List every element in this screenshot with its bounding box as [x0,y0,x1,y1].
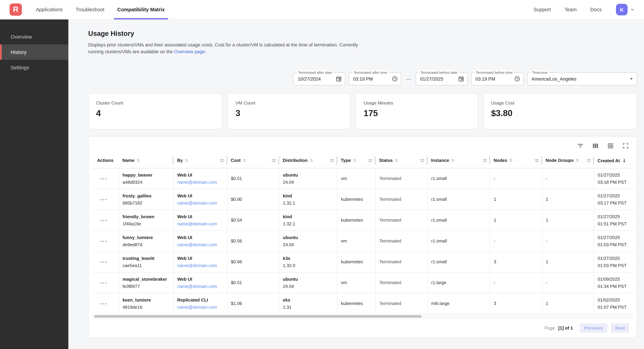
cost-cell: $0.00 [227,189,279,210]
dropdown-arrow-icon[interactable] [629,77,634,81]
row-actions-menu-icon[interactable]: ••• [100,176,107,181]
team-link[interactable]: Team [564,7,577,12]
distribution-version: 24.04 [283,284,334,289]
calendar-icon[interactable] [336,76,342,82]
created-by-email-link[interactable]: name@domain.com [177,284,224,289]
column-grip-icon[interactable] [330,159,334,160]
row-actions-menu-icon[interactable]: ••• [100,280,107,285]
column-label[interactable]: Distribution [283,158,308,163]
sort-icon[interactable]: ⇅ [395,158,398,163]
terminated-before-date-input[interactable]: Terminated before date 01/27/2025 [416,72,468,85]
horizontal-scrollbar[interactable] [92,314,634,319]
created-by-email-link[interactable]: name@domain.com [177,242,224,247]
column-grip-icon[interactable] [483,159,487,160]
sort-icon[interactable]: ⇅ [509,158,512,163]
terminated-before-date-value[interactable]: 01/27/2025 [420,76,456,81]
instance-cell: m6i.large [427,293,490,314]
actions-cell: ••• [92,293,118,314]
column-label[interactable]: Cost [231,158,241,163]
tab-troubleshoot[interactable]: Troubleshoot [76,0,104,19]
column-grip-icon[interactable] [368,159,372,160]
column-label[interactable]: Instance [431,158,449,163]
toggle-density-icon[interactable] [608,143,614,149]
distribution-cell: ubuntu 24.04 [279,272,337,293]
calendar-icon[interactable] [458,76,464,82]
column-header-type[interactable]: Type⇅ [337,153,375,168]
sort-icon[interactable]: ⇅ [353,158,356,163]
tab-applications[interactable]: Applications [36,0,62,19]
created-date: 01/27/2025 [598,256,631,261]
created-by-email-link[interactable]: name@domain.com [177,200,224,205]
sort-desc-icon[interactable]: ↓ [622,158,626,163]
column-grip-icon[interactable] [220,159,224,160]
avatar[interactable]: K [616,4,628,15]
sort-icon[interactable]: ⇅ [310,158,313,163]
timezone-value[interactable]: America/Los_Angeles [532,76,627,81]
created-by-email-link[interactable]: name@domain.com [177,221,224,226]
column-header-cost[interactable]: Cost⇅ [227,153,279,168]
column-grip-icon[interactable] [272,159,276,160]
terminated-after-time-value[interactable]: 03:19 PM [353,76,390,81]
distribution-name: kind [283,214,334,219]
created-at-cell: 01/27/2025 01:51 PM PST [594,210,634,231]
column-label[interactable]: Name [122,158,134,163]
by-cell: Web UI name@domain.com [173,189,227,210]
overview-page-link[interactable]: Overview page [174,49,205,54]
column-header-created-at[interactable]: Created At↓ [594,153,634,168]
column-grip-icon[interactable] [587,159,591,160]
column-header-instance[interactable]: Instance⇅ [427,153,490,168]
previous-page-button[interactable]: Previous [580,323,608,333]
terminated-after-date-input[interactable]: Terminated after date 10/27/2024 [293,72,345,85]
user-menu[interactable]: K [616,4,635,15]
sort-icon[interactable]: ⇅ [451,158,455,163]
column-label[interactable]: Node Groups [546,158,574,163]
row-actions-menu-icon[interactable]: ••• [100,197,107,202]
sort-icon[interactable]: ⇅ [136,158,140,163]
terminated-after-time-input[interactable]: Terminated after time 03:19 PM [349,72,401,85]
row-actions-menu-icon[interactable]: ••• [100,259,107,265]
created-by-email-link[interactable]: name@domain.com [177,305,224,310]
name-cell: magical_stonebraker fe3f8977 [118,272,173,293]
support-link[interactable]: Support [534,7,551,12]
column-header-nodes[interactable]: Nodes⇅ [490,153,542,168]
tab-compatibility-matrix[interactable]: Compatibility Matrix [118,0,165,19]
timezone-select[interactable]: Timezone America/Los_Angeles [527,72,637,85]
column-label[interactable]: By [177,158,183,163]
column-label[interactable]: Created At [598,158,620,163]
column-grip-icon[interactable] [535,159,539,160]
node-groups-cell: 1 [542,189,594,210]
column-label[interactable]: Type [341,158,351,163]
column-grip-icon[interactable] [420,159,424,160]
show-hide-columns-icon[interactable] [592,143,598,149]
column-header-distribution[interactable]: Distribution⇅ [279,153,337,168]
sidebar-item-history[interactable]: History [0,44,68,60]
column-label[interactable]: Nodes [494,158,507,163]
created-by-email-link[interactable]: name@domain.com [177,179,224,185]
terminated-after-date-value[interactable]: 10/27/2024 [298,76,334,81]
column-header-name[interactable]: Name⇅ [118,153,173,168]
terminated-before-time-input[interactable]: Terminated before time 03:19 PM [471,72,524,85]
row-actions-menu-icon[interactable]: ••• [100,238,107,244]
replicated-logo[interactable]: R [10,3,22,16]
clock-icon[interactable] [514,76,520,82]
sort-icon[interactable]: ⇅ [185,158,188,163]
cluster-name: trusting_leavitt [122,256,170,261]
terminated-before-time-value[interactable]: 03:19 PM [476,76,512,81]
horizontal-scrollbar-thumb[interactable] [94,315,422,318]
fullscreen-icon[interactable] [622,143,628,149]
sort-icon[interactable]: ⇅ [576,158,579,163]
column-label[interactable]: Status [379,158,392,163]
column-header-node-groups[interactable]: Node Groups⇅ [542,153,594,168]
sort-icon[interactable]: ⇅ [243,158,246,163]
sidebar-item-overview[interactable]: Overview [0,29,68,44]
next-page-button[interactable]: Next [611,323,629,333]
row-actions-menu-icon[interactable]: ••• [100,217,107,223]
row-actions-menu-icon[interactable]: ••• [100,301,107,306]
created-by-email-link[interactable]: name@domain.com [177,263,224,268]
column-header-status[interactable]: Status⇅ [375,153,427,168]
sidebar-item-settings[interactable]: Settings [0,60,68,75]
clock-icon[interactable] [392,76,398,82]
docs-link[interactable]: Docs [590,7,602,12]
filter-icon[interactable] [577,143,584,149]
column-header-by[interactable]: By⇅ [173,153,227,168]
